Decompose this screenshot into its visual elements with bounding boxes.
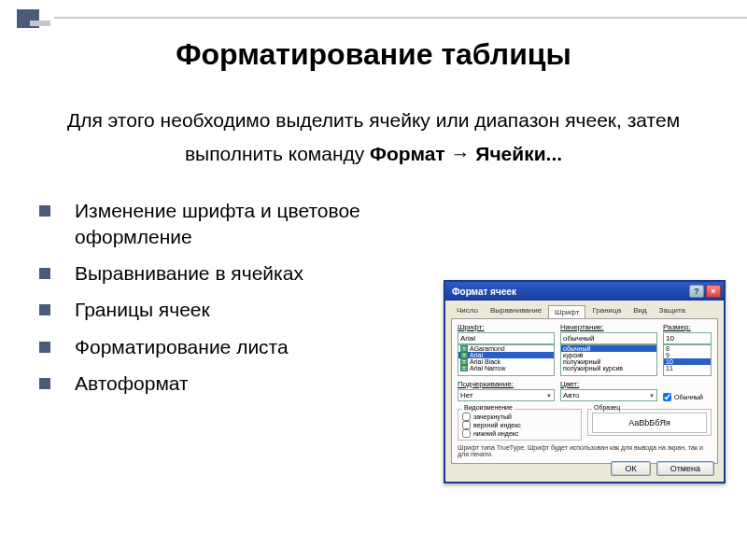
effects-group: Видоизменение зачеркнутый верхний индекс… bbox=[458, 409, 582, 441]
color-combo[interactable]: Авто bbox=[560, 389, 657, 401]
font-label: Шрифт: bbox=[458, 323, 555, 331]
intro-paragraph: Для этого необходимо выделить ячейку или… bbox=[37, 104, 710, 170]
normal-font-label: Обычный bbox=[674, 394, 703, 400]
font-option[interactable]: Arial Narrow bbox=[470, 365, 506, 371]
tab-view[interactable]: Вид bbox=[627, 304, 652, 318]
tab-alignment[interactable]: Выравнивание bbox=[485, 304, 547, 318]
list-item: Выравнивание в ячейках bbox=[37, 260, 439, 286]
strike-checkbox[interactable]: зачеркнутый bbox=[462, 413, 577, 421]
tab-border[interactable]: Граница bbox=[586, 304, 627, 318]
underline-label: Подчеркивание: bbox=[458, 380, 555, 388]
format-cells-dialog: Формат ячеек ? × Число Выравнивание Шриф… bbox=[444, 280, 726, 483]
size-option[interactable]: 8 bbox=[666, 345, 669, 352]
list-item-label: Изменение шрифта и цветовое оформление bbox=[75, 200, 360, 246]
color-value: Авто bbox=[563, 391, 579, 399]
ok-button[interactable]: ОК bbox=[611, 461, 650, 476]
list-item-label: Форматирование листа bbox=[75, 336, 289, 357]
font-type-icon: T bbox=[460, 358, 468, 365]
underline-value: Нет bbox=[460, 391, 473, 399]
list-item-label: Выравнивание в ячейках bbox=[75, 262, 303, 284]
size-option[interactable]: 11 bbox=[666, 365, 673, 371]
list-item-label: Границы ячеек bbox=[75, 299, 210, 320]
dialog-titlebar[interactable]: Формат ячеек ? × bbox=[445, 282, 724, 301]
effects-group-title: Видоизменение bbox=[462, 404, 514, 411]
font-input[interactable] bbox=[458, 332, 555, 344]
font-type-icon: T bbox=[460, 345, 468, 352]
intro-command: Формат → Ячейки... bbox=[370, 143, 562, 164]
subscript-checkbox[interactable]: нижний индекс bbox=[462, 429, 577, 438]
size-option[interactable]: 9 bbox=[666, 352, 669, 358]
deco-square-light bbox=[30, 21, 50, 26]
sample-group: Образец АаВbБбЯя bbox=[587, 409, 712, 436]
style-option[interactable]: полужирный курсив bbox=[563, 365, 623, 371]
tab-panel-font: Шрифт: TAGaramond TArial TArial Black TA… bbox=[451, 318, 718, 464]
dialog-title: Формат ячеек bbox=[448, 287, 516, 297]
tab-number[interactable]: Число bbox=[451, 304, 484, 318]
strike-check[interactable] bbox=[462, 413, 471, 421]
font-option[interactable]: Arial bbox=[470, 352, 483, 358]
font-listbox[interactable]: TAGaramond TArial TArial Black TArial Na… bbox=[458, 344, 555, 376]
slide-decoration bbox=[0, 0, 747, 26]
style-label: Начертание: bbox=[560, 323, 657, 331]
style-option[interactable]: полужирный bbox=[563, 358, 601, 365]
list-item: Форматирование листа bbox=[37, 334, 439, 359]
sub-label: нижний индекс bbox=[473, 430, 518, 437]
style-option[interactable]: курсив bbox=[563, 352, 584, 358]
font-option[interactable]: AGaramond bbox=[470, 345, 505, 352]
style-listbox[interactable]: обычный курсив полужирный полужирный кур… bbox=[560, 344, 657, 376]
color-label: Цвет: bbox=[560, 380, 657, 388]
tab-protection[interactable]: Защита bbox=[654, 304, 691, 318]
super-check[interactable] bbox=[462, 421, 471, 429]
list-item-label: Автоформат bbox=[75, 372, 189, 394]
sample-group-title: Образец bbox=[592, 404, 622, 411]
size-listbox[interactable]: 8 9 10 11 bbox=[663, 344, 712, 376]
size-label: Размер: bbox=[663, 323, 712, 331]
super-label: верхний индекс bbox=[473, 422, 521, 428]
strike-label: зачеркнутый bbox=[473, 413, 512, 420]
footnote-text: Шрифт типа TrueType. Шрифт будет использ… bbox=[458, 444, 712, 457]
tab-font[interactable]: Шрифт bbox=[548, 305, 585, 319]
font-type-icon: T bbox=[460, 352, 468, 358]
size-option[interactable]: 10 bbox=[666, 358, 673, 365]
style-input[interactable] bbox=[560, 332, 657, 344]
slide-title: Форматирование таблицы bbox=[0, 37, 747, 72]
size-input[interactable] bbox=[663, 332, 712, 344]
list-item: Изменение шрифта и цветовое оформление bbox=[37, 198, 439, 249]
underline-combo[interactable]: Нет bbox=[458, 389, 555, 401]
sub-check[interactable] bbox=[462, 429, 471, 438]
close-icon[interactable]: × bbox=[706, 285, 721, 298]
cancel-button[interactable]: Отмена bbox=[656, 461, 714, 476]
font-option[interactable]: Arial Black bbox=[470, 358, 500, 365]
tab-strip: Число Выравнивание Шрифт Граница Вид Защ… bbox=[445, 301, 724, 318]
superscript-checkbox[interactable]: верхний индекс bbox=[462, 421, 577, 429]
normal-font-checkbox[interactable]: Обычный bbox=[663, 393, 712, 401]
bullet-list: Изменение шрифта и цветовое оформление В… bbox=[37, 198, 439, 396]
list-item: Границы ячеек bbox=[37, 297, 439, 322]
help-icon[interactable]: ? bbox=[689, 285, 704, 298]
sample-preview: АаВbБбЯя bbox=[592, 413, 707, 433]
normal-font-check[interactable] bbox=[663, 393, 671, 401]
style-option[interactable]: обычный bbox=[563, 345, 590, 352]
list-item: Автоформат bbox=[37, 371, 439, 396]
font-type-icon: T bbox=[460, 365, 468, 371]
deco-line bbox=[54, 17, 747, 19]
